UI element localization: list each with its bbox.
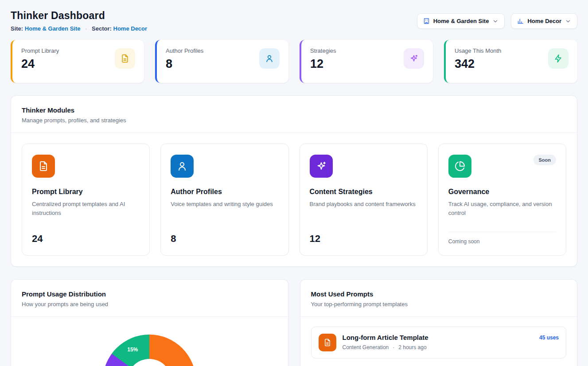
module-description: Centralized prompt templates and AI inst…	[32, 200, 140, 218]
prompts-panel-title: Most Used Prompts	[311, 290, 567, 298]
person-icon	[259, 48, 280, 69]
module-count: 8	[171, 233, 278, 245]
header: Thinker Dashboard Site: Home & Garden Si…	[11, 10, 577, 32]
chevron-down-icon	[492, 18, 498, 24]
usage-panel-header: Prompt Usage Distribution How your promp…	[11, 280, 288, 317]
prompt-list-item[interactable]: Long-form Article Template Content Gener…	[311, 327, 567, 358]
prompts-panel-subtitle: Your top-performing prompt templates	[311, 301, 567, 308]
page-title: Thinker Dashboard	[11, 10, 147, 22]
stat-label: Usage This Month	[455, 47, 501, 54]
modules-panel-subtitle: Manage prompts, profiles, and strategies	[22, 117, 566, 124]
person-icon	[171, 155, 194, 178]
title-block: Thinker Dashboard Site: Home & Garden Si…	[11, 10, 147, 32]
stat-value: 342	[455, 57, 501, 71]
lightning-icon	[548, 48, 569, 69]
module-card-content-strategies[interactable]: Content Strategies Brand playbooks and c…	[300, 144, 428, 256]
prompt-meta: Content Generation · 2 hours ago	[343, 344, 533, 350]
stat-value: 12	[310, 57, 336, 71]
module-title: Governance	[448, 188, 556, 196]
modules-panel-header: Thinker Modules Manage prompts, profiles…	[11, 96, 577, 133]
sparkle-icon	[404, 48, 424, 69]
sector-selector-label: Home Decor	[527, 18, 561, 24]
prompt-title: Long-form Article Template	[343, 334, 533, 341]
stat-text: Author Profiles 8	[166, 47, 203, 71]
bar-chart-icon	[517, 18, 524, 24]
prompt-info: Long-form Article Template Content Gener…	[343, 334, 533, 350]
module-top	[310, 155, 417, 178]
thinker-modules-panel: Thinker Modules Manage prompts, profiles…	[11, 95, 577, 267]
breadcrumb: Site: Home & Garden Site · Sector: Home …	[11, 25, 147, 32]
document-icon	[115, 48, 135, 69]
bottom-row: Prompt Usage Distribution How your promp…	[11, 279, 577, 366]
stat-value: 24	[21, 57, 59, 71]
stat-text: Usage This Month 342	[455, 47, 501, 71]
stat-card-usage[interactable]: Usage This Month 342	[444, 40, 577, 83]
stat-label: Author Profiles	[166, 47, 203, 54]
module-title: Content Strategies	[310, 188, 417, 196]
module-description: Track AI usage, compliance, and version …	[448, 200, 556, 218]
modules-panel-title: Thinker Modules	[22, 106, 566, 114]
stat-card-author-profiles[interactable]: Author Profiles 8	[155, 40, 288, 83]
module-top	[171, 155, 278, 178]
prompt-time: 2 hours ago	[398, 344, 426, 350]
module-title: Author Profiles	[171, 188, 278, 196]
module-count: 24	[32, 233, 140, 245]
site-label: Site:	[11, 25, 23, 32]
soon-badge: Soon	[533, 155, 557, 165]
stat-text: Strategies 12	[310, 47, 336, 71]
usage-panel-title: Prompt Usage Distribution	[22, 290, 277, 298]
most-used-prompts-panel: Most Used Prompts Your top-performing pr…	[300, 279, 578, 366]
module-description: Brand playbooks and content frameworks	[310, 200, 417, 209]
stat-label: Prompt Library	[21, 47, 59, 54]
sector-link[interactable]: Home Decor	[113, 25, 148, 32]
module-top	[32, 155, 140, 178]
prompt-uses-badge: 45 uses	[539, 335, 559, 341]
usage-donut-chart: 15%	[103, 335, 196, 366]
sector-label: Sector:	[92, 25, 112, 32]
usage-panel-subtitle: How your prompts are being used	[22, 301, 277, 308]
module-top: Soon	[448, 155, 556, 178]
stat-value: 8	[166, 57, 203, 71]
stat-text: Prompt Library 24	[21, 47, 59, 71]
site-selector-dropdown[interactable]: Home & Garden Site	[417, 13, 505, 29]
stat-card-strategies[interactable]: Strategies 12	[300, 40, 433, 83]
document-icon	[319, 334, 336, 351]
modules-grid: Prompt Library Centralized prompt templa…	[11, 133, 577, 266]
site-selector-label: Home & Garden Site	[433, 18, 489, 24]
module-card-governance[interactable]: Soon Governance Track AI usage, complian…	[438, 144, 566, 256]
module-count: 12	[310, 233, 417, 245]
pie-chart-icon	[448, 155, 471, 178]
stats-row: Prompt Library 24 Author Profiles 8 Stra…	[11, 40, 577, 83]
prompt-category: Content Generation	[343, 344, 389, 350]
prompts-list: Long-form Article Template Content Gener…	[300, 317, 577, 366]
module-card-prompt-library[interactable]: Prompt Library Centralized prompt templa…	[22, 144, 150, 256]
prompt-usage-panel: Prompt Usage Distribution How your promp…	[11, 279, 288, 366]
stat-label: Strategies	[310, 47, 336, 54]
module-description: Voice templates and writing style guides	[171, 200, 278, 209]
coming-soon-text: Coming soon	[448, 232, 556, 245]
sector-selector-dropdown[interactable]: Home Decor	[511, 13, 577, 29]
site-link[interactable]: Home & Garden Site	[25, 25, 81, 32]
prompts-panel-header: Most Used Prompts Your top-performing pr…	[300, 280, 577, 317]
module-card-author-profiles[interactable]: Author Profiles Voice templates and writ…	[160, 144, 288, 256]
separator-dot: ·	[85, 25, 87, 32]
building-icon	[423, 18, 430, 24]
meta-dot: ·	[393, 344, 394, 350]
stat-card-prompt-library[interactable]: Prompt Library 24	[11, 40, 144, 83]
thinker-dashboard-page: Thinker Dashboard Site: Home & Garden Si…	[0, 0, 588, 366]
donut-segment-label: 15%	[127, 347, 138, 353]
document-icon	[32, 155, 55, 178]
module-title: Prompt Library	[32, 188, 140, 196]
usage-chart-body: 15%	[11, 335, 288, 366]
sparkle-icon	[310, 155, 333, 178]
header-selectors: Home & Garden Site Home Decor	[417, 13, 577, 29]
chevron-down-icon	[565, 18, 571, 24]
